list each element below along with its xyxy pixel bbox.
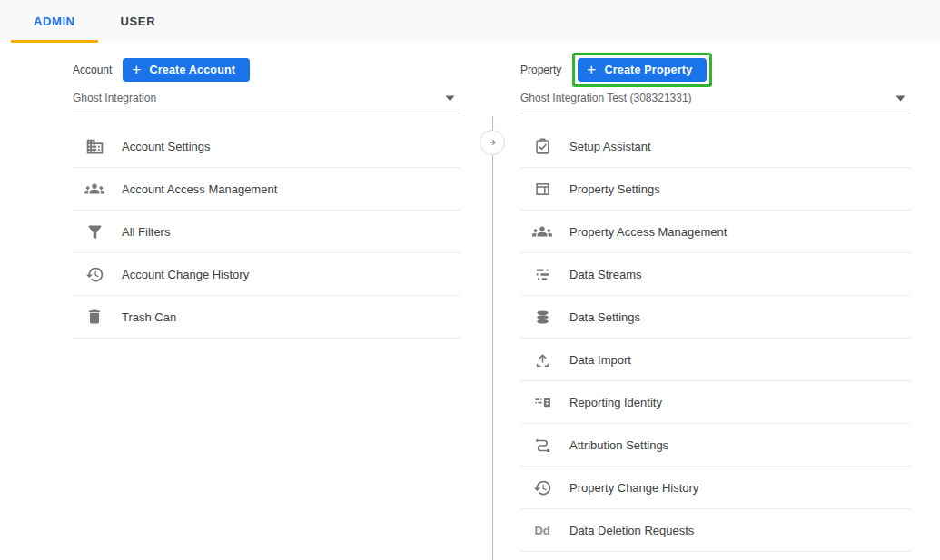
chevron-down-icon: [895, 95, 905, 102]
account-selector-value: Ghost Integration: [73, 92, 156, 104]
groups-icon: [531, 221, 553, 242]
list-item[interactable]: Data Import: [520, 339, 911, 381]
dd-icon: Dd: [531, 519, 553, 541]
expand-property-column-button[interactable]: [480, 130, 505, 155]
list-item[interactable]: Account Access Management: [73, 168, 460, 211]
property-selector-value: Ghost Integration Test (308321331): [520, 92, 692, 104]
property-selector[interactable]: Ghost Integration Test (308321331): [520, 92, 911, 113]
ga-admin-screen: ADMIN USER Account + Create Account Ghos…: [0, 0, 940, 560]
list-item[interactable]: Property Access Management: [520, 211, 911, 253]
list-item[interactable]: Reporting Identity: [520, 381, 911, 424]
data-settings-icon: [531, 306, 553, 328]
annotation-highlight-box: + Create Property: [572, 53, 712, 87]
list-item[interactable]: Trash Can: [73, 296, 460, 339]
setup-assistant-icon: [531, 135, 553, 157]
property-settings-icon: [531, 178, 553, 200]
create-property-button[interactable]: + Create Property: [578, 58, 707, 82]
create-account-button[interactable]: + Create Account: [123, 58, 250, 82]
list-item[interactable]: Setup Assistant: [520, 125, 911, 168]
business-icon: [84, 135, 105, 157]
create-property-button-label: Create Property: [605, 64, 693, 76]
property-column: Property + Create Property Ghost Integra…: [520, 56, 911, 552]
property-header: Property + Create Property: [520, 56, 911, 84]
list-item[interactable]: Attribution Settings: [520, 424, 911, 467]
list-item[interactable]: Account Change History: [73, 253, 460, 296]
top-tabbar: ADMIN USER: [0, 0, 940, 43]
list-item[interactable]: Property Settings: [520, 168, 911, 211]
data-streams-icon: [531, 263, 553, 285]
list-item[interactable]: All Filters: [73, 211, 460, 253]
list-item[interactable]: Property Change History: [520, 467, 911, 509]
filter-icon: [84, 221, 105, 242]
tab-admin[interactable]: ADMIN: [11, 0, 98, 43]
trash-icon: [84, 306, 105, 328]
data-import-icon: [531, 349, 553, 370]
account-section-label: Account: [73, 64, 112, 76]
column-divider: [492, 116, 493, 560]
reporting-identity-icon: [531, 391, 553, 413]
account-selector[interactable]: Ghost Integration: [73, 92, 460, 113]
tab-user-label: USER: [121, 15, 156, 28]
create-account-button-label: Create Account: [150, 64, 236, 76]
groups-icon: [84, 178, 105, 200]
list-item[interactable]: Dd Data Deletion Requests: [520, 509, 911, 552]
account-header: Account + Create Account: [73, 56, 460, 84]
chevron-down-icon: [445, 95, 455, 102]
arrow-right-icon: [485, 135, 500, 150]
plus-icon: +: [587, 62, 596, 77]
list-item[interactable]: Data Settings: [520, 296, 911, 339]
tab-admin-label: ADMIN: [34, 15, 75, 28]
account-menu-list: Account Settings Account Access Manageme…: [73, 125, 460, 339]
attribution-settings-icon: [531, 434, 553, 456]
account-column: Account + Create Account Ghost Integrati…: [73, 56, 460, 339]
history-icon: [531, 476, 553, 498]
list-item[interactable]: Data Streams: [520, 253, 911, 296]
history-icon: [84, 263, 105, 285]
list-item[interactable]: Account Settings: [73, 125, 460, 168]
tab-user[interactable]: USER: [98, 0, 179, 43]
plus-icon: +: [132, 62, 141, 77]
property-menu-list: Setup Assistant Property Settings Proper…: [520, 125, 911, 552]
property-section-label: Property: [520, 64, 561, 76]
